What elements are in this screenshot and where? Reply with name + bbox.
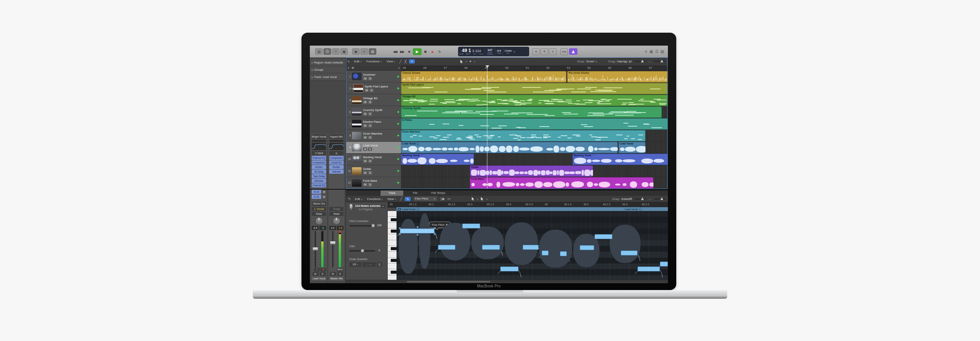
mute-button[interactable]: M bbox=[364, 89, 369, 92]
solo-button[interactable]: S bbox=[368, 124, 372, 127]
menu-edit[interactable]: Edit∨ bbox=[354, 60, 362, 63]
solo-button[interactable]: S bbox=[368, 183, 372, 186]
group-slot[interactable]: Group bbox=[329, 207, 344, 211]
notepad-icon[interactable]: ▦ bbox=[650, 49, 653, 54]
region-vintage-b3[interactable]: Vintage B3 bbox=[401, 95, 668, 106]
region-e-piano[interactable]: E-Piano bbox=[401, 118, 668, 130]
note-handle-dot[interactable] bbox=[417, 226, 418, 228]
send-slot[interactable]: B 16 bbox=[312, 194, 321, 199]
plugin-slot[interactable]: Channel EQ bbox=[312, 183, 326, 187]
scroll-in-play-icon[interactable]: ↦ bbox=[448, 197, 451, 201]
input-monitor-dot[interactable] bbox=[397, 99, 399, 101]
library-icon[interactable]: ▤ bbox=[315, 48, 323, 55]
smart-controls-icon[interactable]: ◉ bbox=[352, 48, 360, 55]
flex-icon[interactable]: ∿ bbox=[409, 59, 415, 64]
piano-key[interactable] bbox=[388, 223, 396, 228]
editor-flex-icon[interactable]: ∿ bbox=[405, 197, 410, 201]
autopunch-icon[interactable]: ⊗ bbox=[532, 48, 540, 55]
volume-value[interactable]: 0.0 bbox=[329, 226, 336, 230]
note-handle-dot[interactable] bbox=[399, 233, 401, 235]
disclosure-icon[interactable]: ▸ bbox=[352, 87, 353, 90]
editor-alt-tool-icon[interactable] bbox=[480, 197, 484, 201]
scale-quantize-scale-select[interactable]: ... ∨ bbox=[363, 262, 375, 267]
strip-solo-button[interactable]: S bbox=[337, 272, 343, 276]
automation-mode-button[interactable]: Read bbox=[329, 212, 344, 216]
vertical-zoom-icon[interactable]: ↕ bbox=[624, 60, 626, 64]
editor-vzoom-slider[interactable] bbox=[635, 198, 646, 199]
region-lead-vocal[interactable]: Lead Vocal ◯ bbox=[401, 142, 618, 153]
duplicate-track-icon[interactable]: ⧉ bbox=[352, 66, 354, 70]
volume-value[interactable]: -6.5 bbox=[312, 226, 318, 230]
volume-fader[interactable] bbox=[332, 231, 333, 267]
solo-button[interactable]: S bbox=[368, 171, 372, 174]
mute-button[interactable]: M bbox=[363, 148, 367, 151]
flex-pitch-note[interactable] bbox=[660, 261, 668, 266]
flex-pitch-note[interactable] bbox=[580, 245, 594, 250]
inspector-section-0[interactable]: ▸Region: Audio Defaults bbox=[310, 59, 345, 66]
local-inspector-icon[interactable]: ▾ bbox=[380, 204, 385, 208]
solo-button[interactable]: S bbox=[368, 159, 372, 163]
input-slot[interactable]: ⊙ Input bbox=[312, 151, 326, 155]
input-monitor-dot[interactable] bbox=[397, 123, 399, 125]
note-handle-dot[interactable] bbox=[417, 234, 418, 236]
quantize-apply-button[interactable]: Q bbox=[377, 262, 382, 267]
mixer-icon[interactable]: ≡ bbox=[360, 48, 368, 55]
input-slot[interactable]: ◎ bbox=[329, 151, 344, 155]
flex-pitch-note[interactable] bbox=[523, 245, 539, 250]
flex-pitch-note[interactable] bbox=[438, 245, 455, 250]
piano-key[interactable] bbox=[388, 211, 396, 217]
track-header-electric-piano[interactable]: 7Electric PianoMS bbox=[346, 118, 401, 130]
region-backing-vocal[interactable]: Backing Vocal ◠◠ bbox=[401, 154, 474, 165]
note-handle-dot[interactable] bbox=[434, 233, 436, 235]
peak-value[interactable]: -11 bbox=[319, 226, 326, 230]
solo-mode-icon[interactable]: S bbox=[549, 48, 557, 55]
piano-black-key[interactable] bbox=[391, 271, 396, 274]
editor-horizontal-scrollbar[interactable] bbox=[346, 280, 668, 283]
media-browser-icon[interactable]: ▧ bbox=[661, 49, 664, 54]
inspector-section-2[interactable]: ▸Track: Lead Vocal bbox=[310, 73, 345, 81]
midi-in-icon[interactable]: ↖ bbox=[347, 60, 350, 64]
add-track-icon[interactable]: + bbox=[347, 66, 349, 70]
piano-black-key[interactable] bbox=[391, 247, 396, 250]
track-header-backing-vocal[interactable]: 10Backing VocalMS bbox=[346, 154, 401, 166]
snap-control[interactable]: Snap: Smart⇅ bbox=[577, 60, 597, 63]
solo-button[interactable]: S bbox=[368, 148, 372, 151]
horizontal-zoom-slider[interactable] bbox=[654, 61, 665, 62]
region-drum-machine[interactable]: Drum Machine bbox=[401, 130, 646, 142]
list-editors-icon[interactable]: ≡ bbox=[645, 49, 648, 54]
forward-button[interactable]: ▶▶ bbox=[398, 48, 406, 55]
stop-button[interactable]: ■ bbox=[406, 48, 413, 55]
editor-menu-view[interactable]: View∨ bbox=[387, 197, 396, 201]
plugin-slot[interactable]: Tape Delay bbox=[312, 174, 326, 178]
pan-knob[interactable] bbox=[315, 217, 323, 225]
piano-black-key[interactable] bbox=[391, 229, 396, 233]
region-pre-verse-drums[interactable]: Pre-verse Drums bbox=[567, 71, 668, 83]
solo-button[interactable]: S bbox=[368, 136, 372, 139]
count-in-button[interactable]: 1234 bbox=[560, 48, 568, 55]
piano-key[interactable] bbox=[388, 234, 396, 240]
mute-button[interactable]: M bbox=[363, 159, 367, 163]
mute-button[interactable]: M bbox=[363, 183, 367, 186]
pane-divider[interactable] bbox=[310, 189, 668, 190]
scale-quantize-root-select[interactable]: Off ∨ bbox=[349, 262, 361, 267]
editor-tab-track[interactable]: Track bbox=[380, 190, 404, 196]
editor-automation-icon[interactable]: ╱ bbox=[400, 197, 402, 201]
note-handle-dot[interactable] bbox=[434, 227, 436, 229]
track-header-crunchy-synth[interactable]: 6Crunchy SynthMS bbox=[346, 106, 401, 118]
plugin-slot[interactable]: Compressor bbox=[312, 161, 326, 165]
pan-knob[interactable] bbox=[332, 217, 340, 225]
region-guitar[interactable]: Guitar ◠ bbox=[470, 166, 593, 177]
flex-pitch-note[interactable] bbox=[500, 266, 519, 271]
strip-solo-button[interactable]: S bbox=[320, 272, 326, 276]
track-header-vintage-b3[interactable]: 5Vintage B3MS bbox=[346, 94, 401, 106]
editor-region-header[interactable]: ▸ Lead Vocal ◯ Lead Vocal ◯ bbox=[396, 207, 668, 211]
editor-hzoom-icon[interactable]: ⇄ bbox=[629, 197, 632, 201]
mute-button[interactable]: M bbox=[363, 171, 367, 174]
catch-playhead-icon[interactable]: )◉ bbox=[441, 197, 445, 201]
piano-key[interactable] bbox=[388, 263, 396, 269]
replace-icon[interactable]: ⇅ bbox=[541, 48, 548, 55]
solo-button[interactable]: S bbox=[368, 77, 372, 80]
track-header-synth-pad-layers[interactable]: 2▸Synth Pad LayersMS bbox=[346, 83, 401, 94]
waveform-zoom-icon[interactable]: ∿ bbox=[618, 60, 621, 64]
flex-pitch-note[interactable] bbox=[542, 250, 549, 255]
